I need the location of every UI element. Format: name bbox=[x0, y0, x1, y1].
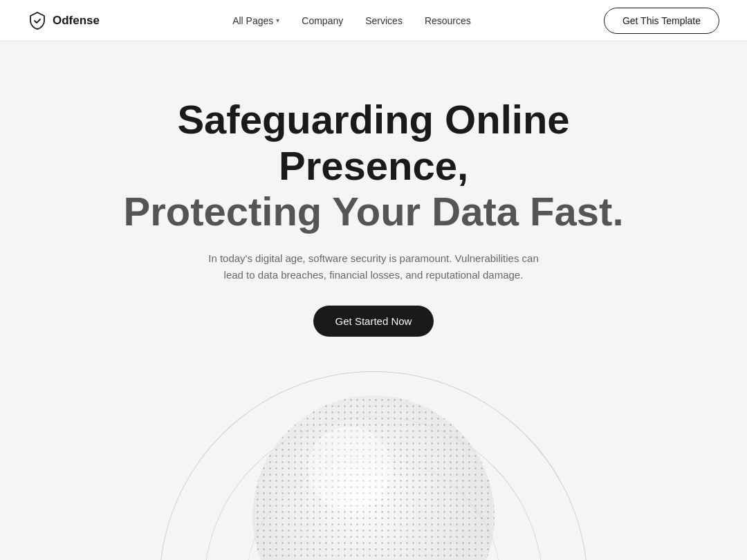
nav-all-pages[interactable]: All Pages ▾ bbox=[232, 15, 279, 26]
navbar: Odfense All Pages ▾ Company Services Res… bbox=[0, 0, 747, 41]
nav-resources[interactable]: Resources bbox=[425, 15, 471, 26]
globe-sphere-svg bbox=[242, 378, 505, 560]
logo-icon bbox=[28, 11, 47, 30]
hero-section: Safeguarding Online Presence, Protecting… bbox=[0, 41, 747, 560]
get-started-button[interactable]: Get Started Now bbox=[313, 306, 434, 337]
logo[interactable]: Odfense bbox=[28, 11, 100, 30]
get-template-button[interactable]: Get This Template bbox=[604, 8, 719, 34]
nav-company[interactable]: Company bbox=[302, 15, 343, 26]
hero-headline: Safeguarding Online Presence, Protecting… bbox=[97, 97, 650, 235]
svg-point-4 bbox=[308, 427, 391, 510]
nav-services[interactable]: Services bbox=[365, 15, 403, 26]
logo-text: Odfense bbox=[53, 14, 100, 28]
hero-subtext: In today's digital age, software securit… bbox=[208, 250, 540, 283]
nav-links: All Pages ▾ Company Services Resources bbox=[232, 15, 471, 26]
globe-visual bbox=[28, 364, 719, 560]
chevron-down-icon: ▾ bbox=[276, 17, 279, 24]
